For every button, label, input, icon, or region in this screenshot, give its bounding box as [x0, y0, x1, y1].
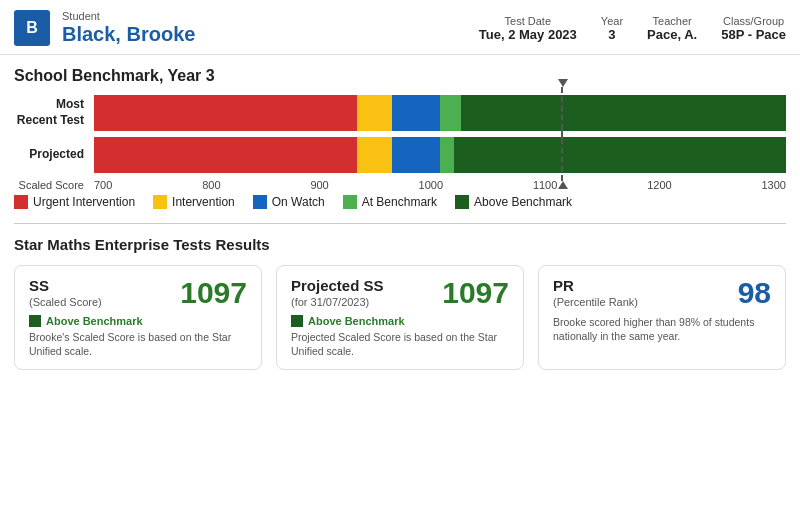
class-meta: Class/Group 58P - Pace: [721, 15, 786, 42]
bar-segment-1-2: [392, 137, 440, 173]
chart-row-1: Projected: [14, 137, 786, 173]
card-title-pr: PR: [553, 278, 638, 295]
chart-row-label-1: Projected: [14, 147, 94, 163]
legend-label-0: Urgent Intervention: [33, 195, 135, 209]
x-tick-5: 1200: [647, 179, 671, 191]
bar-segment-1-3: [440, 137, 454, 173]
legend-label-3: At Benchmark: [362, 195, 437, 209]
x-tick-1: 800: [202, 179, 220, 191]
card-header-pr: PR(Percentile Rank)98: [553, 278, 771, 309]
bar-container-0: [94, 95, 786, 131]
cards-row: SS(Scaled Score)1097Above BenchmarkBrook…: [14, 265, 786, 370]
card-pr: PR(Percentile Rank)98Brooke scored highe…: [538, 265, 786, 370]
benchmark-title: School Benchmark, Year 3: [14, 67, 786, 85]
legend-item-2: On Watch: [253, 195, 325, 209]
legend-label-4: Above Benchmark: [474, 195, 572, 209]
bar-segment-1-4: [454, 137, 786, 173]
card-score-pr: 98: [738, 278, 771, 308]
bar-segment-0-0: [94, 95, 357, 131]
benchmark-section: School Benchmark, Year 3 Most Recent Tes…: [14, 67, 786, 209]
bar-segment-0-2: [392, 95, 440, 131]
legend-item-1: Intervention: [153, 195, 235, 209]
card-pss: Projected SS(for 31/07/2023)1097Above Be…: [276, 265, 524, 370]
badge-dot-ss: [29, 315, 41, 327]
header: B Student Black, Brooke Test Date Tue, 2…: [0, 0, 800, 55]
main-content: School Benchmark, Year 3 Most Recent Tes…: [0, 55, 800, 370]
x-axis-labels: 7008009001000110012001300: [94, 179, 786, 191]
marker-line-1: [561, 129, 563, 181]
student-info-left: B Student Black, Brooke: [14, 10, 195, 46]
benchmark-chart: Most Recent TestProjected: [14, 95, 786, 173]
card-header-ss: SS(Scaled Score)1097: [29, 278, 247, 309]
class-label: Class/Group: [723, 15, 784, 27]
test-date-value: Tue, 2 May 2023: [479, 27, 577, 42]
legend-color-2: [253, 195, 267, 209]
badge-label-ss: Above Benchmark: [46, 315, 143, 327]
legend-color-4: [455, 195, 469, 209]
bar-segment-0-4: [461, 95, 786, 131]
legend-color-0: [14, 195, 28, 209]
section-divider: [14, 223, 786, 224]
avatar: B: [14, 10, 50, 46]
legend-item-3: At Benchmark: [343, 195, 437, 209]
chart-row-label-0: Most Recent Test: [14, 97, 94, 128]
year-value: 3: [608, 27, 615, 42]
x-tick-0: 700: [94, 179, 112, 191]
teacher-label: Teacher: [653, 15, 692, 27]
header-meta: Test Date Tue, 2 May 2023 Year 3 Teacher…: [479, 15, 786, 42]
card-subtitle-pr: (Percentile Rank): [553, 295, 638, 309]
legend: Urgent InterventionInterventionOn WatchA…: [14, 195, 786, 209]
year-meta: Year 3: [601, 15, 623, 42]
badge-label-pss: Above Benchmark: [308, 315, 405, 327]
card-title-block-pr: PR(Percentile Rank): [553, 278, 638, 309]
bar-segment-1-1: [357, 137, 392, 173]
legend-label-2: On Watch: [272, 195, 325, 209]
card-description-pss: Projected Scaled Score is based on the S…: [291, 330, 509, 359]
x-axis-row: Scaled Score 7008009001000110012001300: [14, 179, 786, 191]
teacher-value: Pace, A.: [647, 27, 697, 42]
x-tick-6: 1300: [762, 179, 786, 191]
legend-item-4: Above Benchmark: [455, 195, 572, 209]
card-score-pss: 1097: [442, 278, 509, 308]
card-badge-ss: Above Benchmark: [29, 315, 247, 327]
card-score-ss: 1097: [180, 278, 247, 308]
badge-dot-pss: [291, 315, 303, 327]
card-ss: SS(Scaled Score)1097Above BenchmarkBrook…: [14, 265, 262, 370]
card-title-block-ss: SS(Scaled Score): [29, 278, 102, 309]
test-date-label: Test Date: [505, 15, 551, 27]
legend-label-1: Intervention: [172, 195, 235, 209]
card-header-pss: Projected SS(for 31/07/2023)1097: [291, 278, 509, 309]
marker-arrow-bottom: [558, 181, 568, 189]
x-axis-scale-label: Scaled Score: [14, 179, 94, 191]
chart-row-0: Most Recent Test: [14, 95, 786, 131]
card-subtitle-ss: (Scaled Score): [29, 295, 102, 309]
card-badge-pss: Above Benchmark: [291, 315, 509, 327]
results-title: Star Maths Enterprise Tests Results: [14, 236, 786, 253]
student-name: Black, Brooke: [62, 22, 195, 46]
x-tick-4: 1100: [533, 179, 557, 191]
card-title-ss: SS: [29, 278, 102, 295]
card-title-pss: Projected SS: [291, 278, 384, 295]
bar-segment-0-1: [357, 95, 392, 131]
legend-item-0: Urgent Intervention: [14, 195, 135, 209]
year-label: Year: [601, 15, 623, 27]
test-date-meta: Test Date Tue, 2 May 2023: [479, 15, 577, 42]
card-description-pr: Brooke scored higher than 98% of student…: [553, 315, 771, 344]
student-label: Student: [62, 10, 195, 22]
legend-color-1: [153, 195, 167, 209]
marker-arrow-top: [558, 79, 568, 87]
bar-segment-0-3: [440, 95, 461, 131]
card-description-ss: Brooke's Scaled Score is based on the St…: [29, 330, 247, 359]
legend-color-3: [343, 195, 357, 209]
bar-segment-1-0: [94, 137, 357, 173]
teacher-meta: Teacher Pace, A.: [647, 15, 697, 42]
results-section: Star Maths Enterprise Tests Results SS(S…: [14, 236, 786, 370]
x-tick-3: 1000: [419, 179, 443, 191]
x-tick-2: 900: [310, 179, 328, 191]
class-value: 58P - Pace: [721, 27, 786, 42]
bar-container-1: [94, 137, 786, 173]
card-title-block-pss: Projected SS(for 31/07/2023): [291, 278, 384, 309]
student-info: Student Black, Brooke: [62, 10, 195, 46]
card-subtitle-pss: (for 31/07/2023): [291, 295, 384, 309]
